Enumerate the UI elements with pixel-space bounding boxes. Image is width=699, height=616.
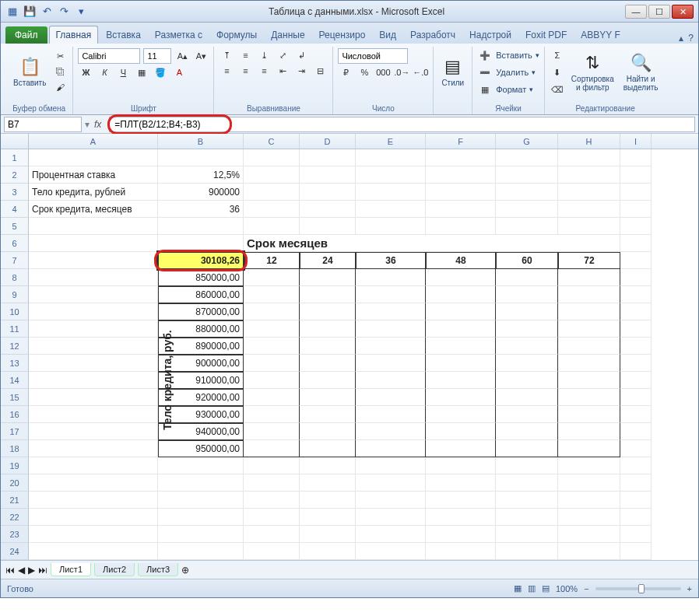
sheet-tab[interactable]: Лист3: [138, 563, 178, 576]
align-center-icon[interactable]: ≡: [237, 64, 253, 78]
table-cell[interactable]: [356, 440, 426, 457]
input-label[interactable]: Тело кредита, рублей: [29, 184, 158, 201]
row-header[interactable]: 16: [1, 406, 29, 423]
font-name-select[interactable]: [78, 48, 140, 64]
wrap-text-icon[interactable]: ↲: [293, 48, 309, 62]
table-cell[interactable]: [558, 440, 620, 457]
copy-icon[interactable]: ⿻: [52, 65, 68, 79]
col-header[interactable]: G: [496, 134, 558, 149]
percent-icon[interactable]: %: [357, 65, 372, 79]
table-cell[interactable]: [426, 389, 496, 406]
align-top-icon[interactable]: ⤒: [219, 48, 234, 62]
table-cell[interactable]: [356, 372, 426, 389]
bold-button[interactable]: Ж: [78, 65, 93, 79]
table-cell[interactable]: [558, 338, 620, 355]
table-cell[interactable]: [426, 406, 496, 423]
table-cell[interactable]: [426, 372, 496, 389]
table-cell[interactable]: [558, 303, 620, 320]
row-header[interactable]: 7: [1, 252, 29, 269]
autosum-icon[interactable]: Σ: [550, 48, 565, 62]
tab-abbyy[interactable]: ABBYY F: [574, 26, 626, 44]
col-header[interactable]: I: [620, 134, 652, 149]
next-sheet-icon[interactable]: ▶: [28, 565, 35, 576]
table-cell[interactable]: [300, 423, 356, 440]
body-value[interactable]: 850000,00: [158, 269, 244, 286]
table-cell[interactable]: [496, 406, 558, 423]
table-cell[interactable]: [244, 303, 300, 320]
row-header[interactable]: 10: [1, 303, 29, 320]
row-header[interactable]: 24: [1, 543, 29, 560]
help-icon[interactable]: ?: [688, 33, 694, 44]
input-label[interactable]: Срок кредита, месяцев: [29, 201, 158, 218]
table-cell[interactable]: [356, 320, 426, 338]
month-header[interactable]: 48: [426, 252, 496, 269]
month-header[interactable]: 36: [356, 252, 426, 269]
table-cell[interactable]: [244, 269, 300, 286]
input-value[interactable]: 900000: [158, 184, 244, 201]
table-cell[interactable]: [244, 286, 300, 303]
first-sheet-icon[interactable]: ⏮: [5, 565, 15, 576]
number-format-select[interactable]: [338, 48, 408, 64]
minimize-button[interactable]: —: [625, 5, 647, 19]
table-cell[interactable]: [558, 423, 620, 440]
row-header[interactable]: 13: [1, 355, 29, 372]
table-cell[interactable]: [426, 423, 496, 440]
zoom-out-icon[interactable]: −: [584, 584, 588, 593]
table-cell[interactable]: [496, 320, 558, 338]
fill-icon[interactable]: ⬇: [550, 65, 565, 79]
sheet-tab[interactable]: Лист2: [94, 563, 135, 576]
table-cell[interactable]: [558, 372, 620, 389]
table-cell[interactable]: [244, 423, 300, 440]
row-header[interactable]: 23: [1, 526, 29, 543]
align-bottom-icon[interactable]: ⤓: [256, 48, 272, 62]
table-cell[interactable]: [300, 440, 356, 457]
paste-button[interactable]: 📋 Вставить: [10, 48, 49, 95]
fill-color-icon[interactable]: 🪣: [153, 65, 168, 79]
row-header[interactable]: 3: [1, 184, 29, 201]
row-header[interactable]: 17: [1, 423, 29, 440]
row-header[interactable]: 15: [1, 389, 29, 406]
select-all-corner[interactable]: [1, 134, 29, 149]
chevron-down-icon[interactable]: ▾: [532, 68, 536, 76]
tab-home[interactable]: Главная: [49, 26, 99, 44]
comma-icon[interactable]: 000: [375, 65, 391, 79]
align-left-icon[interactable]: ≡: [219, 64, 234, 78]
table-cell[interactable]: [300, 406, 356, 423]
table-cell[interactable]: [496, 286, 558, 303]
increase-font-icon[interactable]: A▴: [174, 49, 190, 63]
table-cell[interactable]: [558, 269, 620, 286]
table-cell[interactable]: [300, 286, 356, 303]
table-cell[interactable]: [356, 355, 426, 372]
row-header[interactable]: 12: [1, 338, 29, 355]
month-header[interactable]: 72: [558, 252, 620, 269]
tab-developer[interactable]: Разработч: [404, 26, 462, 44]
row-header[interactable]: 9: [1, 286, 29, 303]
maximize-button[interactable]: ☐: [648, 5, 670, 19]
insert-cells-icon[interactable]: ➕: [477, 48, 493, 62]
table-cell[interactable]: [300, 269, 356, 286]
table-cell[interactable]: [496, 355, 558, 372]
clear-icon[interactable]: ⌫: [550, 82, 565, 96]
tab-addins[interactable]: Надстрой: [463, 26, 518, 44]
font-size-select[interactable]: [143, 48, 171, 64]
fx-icon[interactable]: fx: [90, 119, 106, 130]
cell-b7-selected[interactable]: 30108,26: [158, 252, 244, 269]
table-cell[interactable]: [496, 372, 558, 389]
month-header[interactable]: 60: [496, 252, 558, 269]
table-cell[interactable]: [426, 440, 496, 457]
font-color-icon[interactable]: A: [171, 65, 187, 79]
styles-button[interactable]: ▤ Стили: [438, 48, 467, 95]
table-cell[interactable]: [496, 423, 558, 440]
table-cell[interactable]: [244, 355, 300, 372]
align-middle-icon[interactable]: ≡: [237, 48, 253, 62]
table-cell[interactable]: [558, 286, 620, 303]
insert-label[interactable]: Вставить: [496, 51, 532, 60]
table-cell[interactable]: [558, 320, 620, 338]
table-cell[interactable]: [426, 269, 496, 286]
format-cells-icon[interactable]: ▦: [477, 82, 493, 96]
format-painter-icon[interactable]: 🖌: [52, 80, 68, 94]
table-cell[interactable]: [426, 320, 496, 338]
table-cell[interactable]: [300, 320, 356, 338]
zoom-level[interactable]: 100%: [556, 584, 578, 593]
decrease-indent-icon[interactable]: ⇤: [275, 64, 290, 78]
